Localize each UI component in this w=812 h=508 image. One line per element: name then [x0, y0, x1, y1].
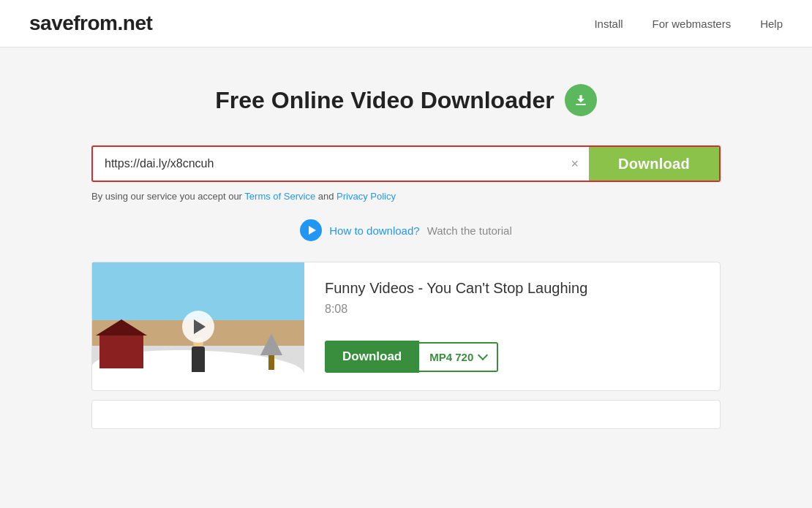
- nav-help[interactable]: Help: [760, 18, 783, 30]
- watch-tutorial-text: Watch the tutorial: [427, 224, 512, 237]
- terms-and: and: [318, 191, 337, 202]
- privacy-policy-link[interactable]: Privacy Policy: [337, 191, 396, 202]
- video-title: Funny Videos - You Can't Stop Laughing: [325, 280, 699, 297]
- search-input-wrap: ×: [93, 147, 589, 181]
- terms-prefix: By using our service you accept our: [91, 191, 242, 202]
- chevron-down-icon: [478, 350, 488, 360]
- result-card: Funny Videos - You Can't Stop Laughing 8…: [91, 262, 721, 391]
- search-box: × Download: [91, 145, 721, 182]
- search-download-button[interactable]: Download: [589, 147, 719, 181]
- hero-section: Free Online Video Downloader: [91, 84, 721, 116]
- result-card-stub: [91, 400, 721, 429]
- search-area: × Download: [91, 145, 721, 182]
- video-play-button[interactable]: [182, 311, 214, 343]
- video-info: Funny Videos - You Can't Stop Laughing 8…: [304, 262, 720, 390]
- terms-text: By using our service you accept our Term…: [91, 191, 721, 202]
- video-download-button[interactable]: Download: [325, 341, 419, 373]
- figure-decoration: [192, 338, 205, 372]
- terms-of-service-link[interactable]: Terms of Service: [244, 191, 315, 202]
- tree-decoration: [260, 333, 282, 370]
- video-duration: 8:08: [325, 303, 699, 316]
- video-thumbnail: [92, 262, 304, 390]
- download-arrow-icon: [574, 93, 588, 107]
- how-to-link[interactable]: How to download?: [329, 224, 419, 237]
- nav-install[interactable]: Install: [594, 18, 623, 30]
- how-to-section: How to download? Watch the tutorial: [91, 219, 721, 241]
- play-icon: [300, 219, 322, 241]
- search-input[interactable]: [93, 147, 589, 181]
- format-label: MP4 720: [429, 351, 473, 363]
- clear-button[interactable]: ×: [568, 154, 582, 173]
- site-logo: savefrom.net: [29, 12, 152, 35]
- main-nav: Install For webmasters Help: [594, 18, 783, 30]
- nav-webmasters[interactable]: For webmasters: [653, 18, 732, 30]
- house-decoration: [99, 319, 147, 368]
- format-select-button[interactable]: MP4 720: [419, 342, 498, 372]
- hero-title: Free Online Video Downloader: [215, 87, 555, 114]
- hero-download-icon: [565, 84, 597, 116]
- video-actions: Download MP4 720: [325, 341, 699, 373]
